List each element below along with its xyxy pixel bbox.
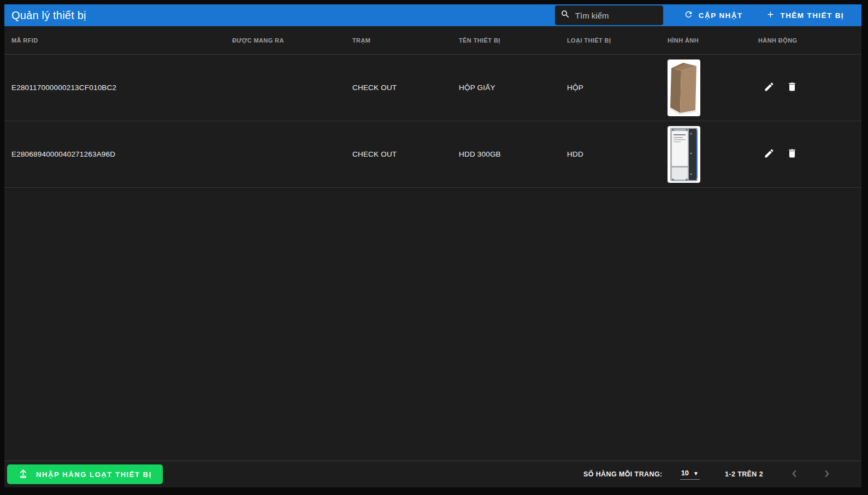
toolbar-actions: CẬP NHẬT THÊM THIẾT BỊ — [555, 5, 846, 25]
trash-icon — [787, 81, 798, 94]
column-header-rfid: MÃ RFID — [11, 37, 232, 44]
rows-per-page-value: 10 — [681, 469, 689, 477]
refresh-icon — [684, 10, 693, 21]
column-header-actions: HÀNH ĐỘNG — [758, 37, 861, 44]
cell-device-type: HDD — [567, 150, 668, 158]
cell-device-name: HDD 300GB — [459, 150, 567, 158]
chevron-down-icon: ▼ — [693, 470, 699, 477]
cell-station: CHECK OUT — [352, 84, 459, 92]
upload-icon — [18, 468, 28, 480]
empty-table-area — [4, 188, 861, 461]
cell-actions — [758, 80, 861, 95]
edit-button[interactable] — [763, 147, 776, 162]
page-range-label: 1-2 TRÊN 2 — [725, 470, 763, 478]
cell-image — [668, 59, 758, 116]
cardboard-box-image — [668, 59, 700, 116]
table-row: E2806894000040271263A96D CHECK OUT HDD 3… — [4, 121, 861, 188]
search-input[interactable] — [575, 11, 658, 20]
plus-icon — [766, 10, 775, 21]
add-device-button-label: THÊM THIẾT BỊ — [781, 11, 844, 20]
bulk-import-button-label: NHẬP HÀNG LOẠT THIẾT BỊ — [36, 470, 152, 479]
page-title: Quản lý thiết bị — [11, 9, 86, 22]
add-device-button[interactable]: THÊM THIẾT BỊ — [764, 5, 846, 25]
column-header-image: HÌNH ẢNH — [668, 37, 758, 44]
refresh-button[interactable]: CẬP NHẬT — [682, 5, 745, 25]
trash-icon — [787, 148, 798, 160]
cell-image — [668, 126, 758, 183]
table-row: E280117000000213CF010BC2 CHECK OUT HỘP G… — [4, 55, 861, 121]
column-header-device-name: TÊN THIẾT BỊ — [459, 37, 567, 44]
hdd-image — [668, 126, 700, 183]
rows-per-page-select[interactable]: 10 ▼ — [680, 469, 700, 480]
table-footer: NHẬP HÀNG LOẠT THIẾT BỊ SỐ HÀNG MỖI TRAN… — [4, 461, 861, 487]
chevron-right-icon — [821, 468, 833, 481]
rows-per-page-label: SỐ HÀNG MỖI TRANG: — [583, 470, 663, 478]
app-toolbar: Quản lý thiết bị CẬP NHẬT — [4, 4, 861, 26]
next-page-button[interactable] — [819, 466, 835, 484]
pencil-icon — [764, 81, 775, 94]
search-box[interactable] — [555, 5, 663, 25]
refresh-button-label: CẬP NHẬT — [699, 11, 743, 20]
search-icon — [560, 9, 570, 21]
column-header-station: TRẠM — [352, 37, 459, 44]
edit-button[interactable] — [763, 80, 776, 95]
main-container: Quản lý thiết bị CẬP NHẬT — [4, 4, 861, 487]
cell-station: CHECK OUT — [352, 150, 459, 158]
delete-button[interactable] — [786, 147, 799, 162]
cell-device-name: HỘP GIẤY — [459, 84, 567, 92]
cell-actions — [758, 147, 861, 162]
bulk-import-button[interactable]: NHẬP HÀNG LOẠT THIẾT BỊ — [7, 464, 163, 484]
column-header-taken-out: ĐƯỢC MANG RA — [232, 37, 352, 44]
delete-button[interactable] — [786, 80, 799, 95]
previous-page-button[interactable] — [786, 466, 802, 484]
pagination: SỐ HÀNG MỖI TRANG: 10 ▼ 1-2 TRÊN 2 — [583, 466, 835, 484]
cell-device-type: HỘP — [567, 84, 668, 92]
pencil-icon — [764, 148, 775, 160]
cell-rfid: E2806894000040271263A96D — [11, 150, 232, 158]
table-header-row: MÃ RFID ĐƯỢC MANG RA TRẠM TÊN THIẾT BỊ L… — [4, 26, 861, 55]
device-management-app: Quản lý thiết bị CẬP NHẬT — [0, 0, 868, 495]
cell-rfid: E280117000000213CF010BC2 — [11, 84, 232, 92]
chevron-left-icon — [788, 468, 800, 481]
column-header-device-type: LOẠI THIẾT BỊ — [567, 37, 668, 44]
